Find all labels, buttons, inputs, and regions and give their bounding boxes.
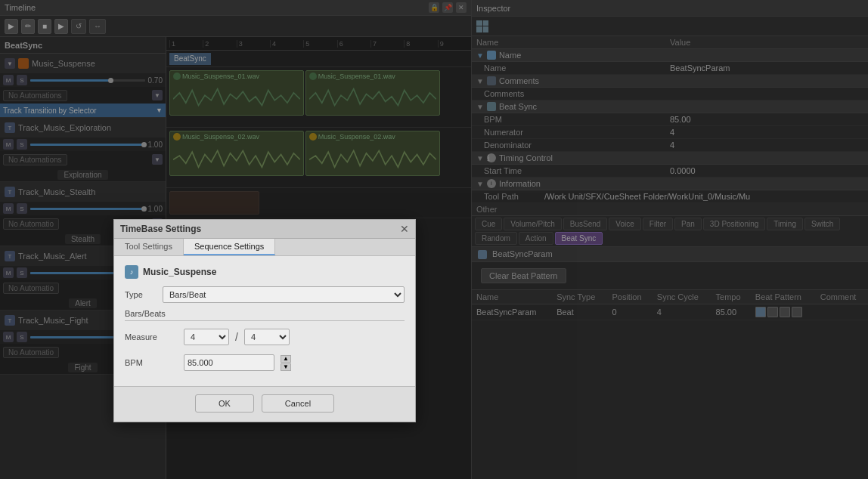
timebase-settings-modal: TimeBase Settings ✕ Tool Settings Sequen…	[113, 219, 416, 422]
modal-tabs: Tool Settings Sequence Settings	[114, 239, 415, 256]
modal-body: ♪ Music_Suspense Type Bars/Beat Time Bar…	[114, 256, 415, 386]
modal-titlebar: TimeBase Settings ✕	[114, 220, 415, 239]
modal-type-label: Type	[125, 290, 163, 299]
modal-overlay: TimeBase Settings ✕ Tool Settings Sequen…	[0, 0, 868, 479]
modal-footer: OK Cancel	[114, 386, 415, 422]
modal-section-label: Bars/Beats	[125, 309, 405, 321]
modal-type-row: Type Bars/Beat Time	[125, 286, 405, 303]
modal-title: TimeBase Settings	[120, 224, 201, 234]
modal-close-btn[interactable]: ✕	[400, 223, 409, 235]
modal-measure-label: Measure	[125, 332, 178, 341]
modal-type-select[interactable]: Bars/Beat Time	[163, 286, 405, 303]
bpm-down-btn[interactable]: ▼	[281, 363, 291, 371]
bpm-up-btn[interactable]: ▲	[281, 355, 291, 363]
measure-slash: /	[235, 331, 238, 343]
modal-measure-denominator-select[interactable]: 4 8 2	[244, 329, 290, 345]
modal-instrument-name: Music_Suspense	[143, 267, 216, 277]
modal-cancel-btn[interactable]: Cancel	[262, 394, 334, 413]
modal-bpm-input[interactable]	[184, 354, 274, 371]
bpm-spinner[interactable]: ▲ ▼	[281, 355, 291, 371]
modal-instrument-row: ♪ Music_Suspense	[125, 265, 405, 279]
instrument-icon-inner: ♪	[130, 268, 134, 276]
modal-tab-sequence-settings[interactable]: Sequence Settings	[184, 239, 275, 255]
modal-bpm-label: BPM	[125, 358, 178, 367]
modal-tab-tool-settings[interactable]: Tool Settings	[114, 239, 184, 255]
modal-ok-btn[interactable]: OK	[195, 394, 254, 413]
modal-measure-row: Measure 4 3 2 / 4 8 2	[125, 326, 405, 348]
modal-bpm-row: BPM ▲ ▼	[125, 354, 405, 371]
modal-instrument-icon: ♪	[125, 265, 138, 279]
modal-measure-numerator-select[interactable]: 4 3 2	[184, 329, 229, 345]
